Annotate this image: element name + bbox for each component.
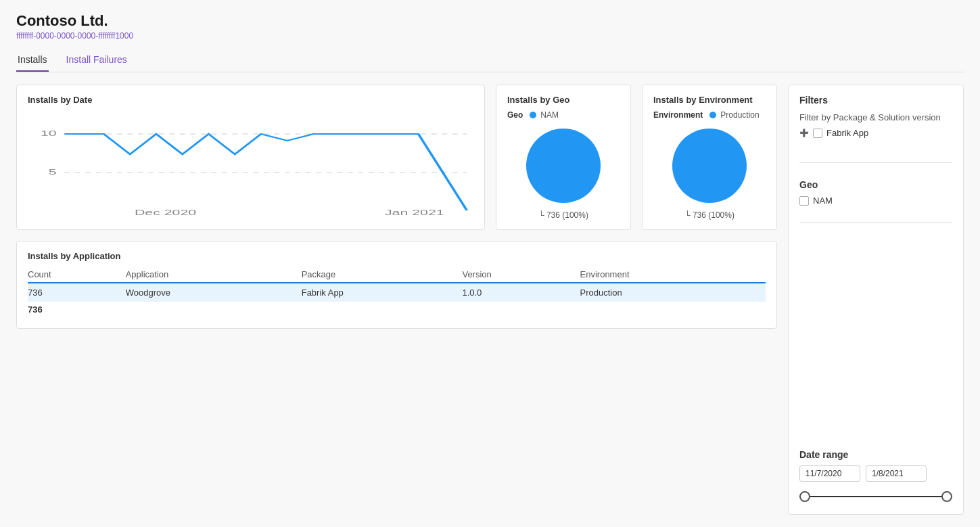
geo-filter-title: Geo [799,179,952,190]
geo-pie-svg [523,125,604,206]
geo-checkbox[interactable] [799,196,809,206]
env-legend: Environment Production [653,110,766,120]
date-start-input[interactable] [799,465,860,482]
filter-section-package: Filters Filter by Package & Solution ver… [799,95,952,146]
line-chart-svg: 10 5 Dec 2020 Jan 2021 [28,110,473,219]
env-pie: └ 736 (100%) [653,125,766,220]
installs-by-geo-card: Installs by Geo Geo NAM └ 736 (100%) [496,85,631,230]
svg-text:Jan 2021: Jan 2021 [385,208,444,216]
env-pie-label: └ 736 (100%) [684,210,734,220]
table-title: Installs by Application [28,251,766,261]
date-range-section: Date range [799,449,952,505]
tab-install-failures[interactable]: Install Failures [65,49,129,72]
svg-text:5: 5 [49,168,57,176]
table-header-row: Count Application Package Version Enviro… [28,267,766,283]
installs-by-env-card: Installs by Environment Environment Prod… [642,85,777,230]
svg-text:Dec 2020: Dec 2020 [135,208,196,216]
tab-installs[interactable]: Installs [16,49,49,72]
table-row[interactable]: 736 Woodgrove Fabrik App 1.0.0 Productio… [28,283,766,302]
env-legend-dot [709,112,716,118]
col-count: Count [28,267,126,283]
svg-point-7 [672,129,747,203]
filter-package-title: Filter by Package & Solution version [799,112,952,122]
filter-package-item[interactable]: ➕ Fabrik App [799,127,952,139]
package-checkbox[interactable] [813,129,822,138]
cell-package: Fabrik App [302,283,463,302]
installs-by-geo-title: Installs by Geo [507,95,620,105]
divider-1 [799,162,952,163]
geo-filter-item[interactable]: NAM [799,196,952,206]
installs-by-date-title: Installs by Date [28,95,473,105]
date-inputs [799,465,952,482]
expand-icon[interactable]: ➕ [799,129,809,137]
tab-bar: Installs Install Failures [16,49,964,72]
geo-label: NAM [813,196,833,206]
installs-table: Count Application Package Version Enviro… [28,267,766,319]
slider-thumb-right[interactable] [941,491,952,502]
filter-package-subsection: Filter by Package & Solution version ➕ F… [799,112,952,139]
col-environment: Environment [580,267,766,283]
total-row: 736 [28,302,766,319]
divider-2 [799,222,952,223]
cell-environment: Production [580,283,766,302]
date-range-slider[interactable] [799,488,952,505]
geo-pie-label: └ 736 (100%) [538,210,588,220]
svg-text:10: 10 [41,129,57,137]
main-content: Installs by Date 10 5 Dec 202 [16,85,964,515]
geo-legend-value: NAM [540,110,559,120]
installs-by-app-card: Installs by Application Count Applicatio… [16,241,777,329]
col-package: Package [302,267,463,283]
header: Contoso Ltd. ffffffff-0000-0000-0000-fff… [16,12,964,41]
package-label: Fabrik App [826,128,868,138]
charts-row-top: Installs by Date 10 5 Dec 202 [16,85,777,230]
col-application: Application [126,267,302,283]
installs-by-date-card: Installs by Date 10 5 Dec 202 [16,85,485,230]
charts-area: Installs by Date 10 5 Dec 202 [16,85,777,515]
slider-thumb-left[interactable] [799,491,810,502]
tenant-id: ffffffff-0000-0000-0000-ffffffff1000 [16,31,964,41]
geo-pie-value: └ 736 (100%) [538,210,588,220]
geo-pie: └ 736 (100%) [507,125,620,220]
svg-point-6 [526,129,601,203]
cell-application: Woodgrove [126,283,302,302]
filter-section-geo: Geo NAM [799,179,952,206]
env-pie-svg [669,125,750,206]
env-pie-value: └ 736 (100%) [684,210,734,220]
col-version: Version [462,267,580,283]
date-range-title: Date range [799,449,952,460]
line-chart: 10 5 Dec 2020 Jan 2021 [28,110,473,219]
geo-legend: Geo NAM [507,110,620,120]
installs-by-env-title: Installs by Environment [653,95,766,105]
cell-version: 1.0.0 [462,283,580,302]
cell-count: 736 [28,283,126,302]
env-legend-value: Production [720,110,759,120]
geo-legend-dot [530,112,536,118]
company-name: Contoso Ltd. [16,12,964,30]
total-count: 736 [28,302,126,319]
filters-sidebar: Filters Filter by Package & Solution ver… [788,85,964,515]
date-end-input[interactable] [866,465,927,482]
filters-title: Filters [799,95,952,106]
slider-track [799,496,952,497]
